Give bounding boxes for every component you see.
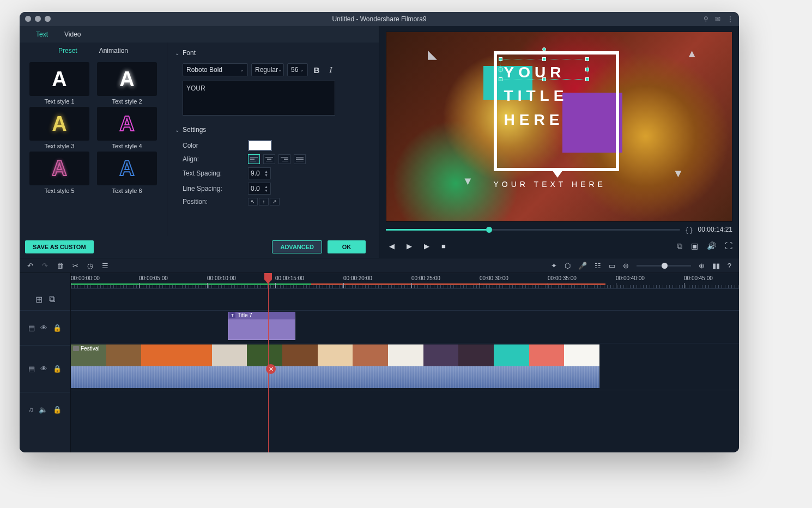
music-icon[interactable]: ♫ [28, 406, 34, 414]
scrub-handle[interactable] [486, 227, 492, 233]
text-content-input[interactable] [183, 81, 335, 116]
align-center-button[interactable] [263, 154, 275, 164]
mixer-icon[interactable]: ☷ [595, 262, 601, 270]
text-style-4[interactable]: AText style 4 [96, 107, 158, 149]
ruler-label: 00:00:20:00 [343, 275, 372, 281]
tracks-area[interactable]: 00:00:00:0000:00:05:0000:00:10:0000:00:1… [71, 273, 739, 452]
help-icon[interactable]: ? [728, 262, 731, 270]
close-window-icon[interactable] [25, 16, 31, 22]
speed-icon[interactable]: ◷ [87, 262, 93, 270]
time-ruler[interactable]: 00:00:00:0000:00:05:0000:00:10:0000:00:1… [71, 273, 739, 288]
clip-thumbnails [71, 344, 599, 366]
save-as-custom-button[interactable]: SAVE AS CUSTOM [25, 240, 94, 253]
clip-title[interactable]: TTitle 7 [228, 312, 295, 340]
color-label: Color [183, 142, 243, 149]
pos-tr[interactable]: ↗ [270, 198, 280, 205]
upper-panels: Text Video Preset Animation AText style … [20, 26, 739, 258]
delete-icon[interactable]: 🗑 [57, 262, 64, 270]
pos-tl[interactable]: ↖ [248, 198, 258, 205]
link-icon[interactable]: ⧉ [49, 294, 55, 304]
settings-icon[interactable]: ☰ [102, 262, 108, 270]
text-style-1[interactable]: AText style 1 [28, 62, 90, 105]
zoom-handle[interactable] [662, 263, 668, 269]
snapshot-icon[interactable]: ▣ [691, 241, 698, 251]
text-style-3[interactable]: AText style 3 [28, 107, 90, 149]
italic-toggle[interactable]: I [325, 65, 336, 75]
redo-icon[interactable]: ↷ [42, 262, 48, 270]
filmstrip-icon[interactable]: ▤ [28, 365, 35, 373]
text-style-2[interactable]: AText style 2 [96, 62, 158, 105]
loop-icon[interactable]: { } [686, 226, 692, 234]
account-icon[interactable]: ⚲ [704, 15, 708, 23]
lock-icon[interactable]: 🔒 [53, 324, 62, 332]
zoom-in-icon[interactable]: ⊕ [699, 262, 705, 270]
text-style-5[interactable]: AText style 5 [28, 152, 90, 194]
video-track[interactable]: Festival ✕ [71, 343, 739, 390]
menu-icon[interactable]: ⋮ [727, 15, 734, 23]
section-font[interactable]: ⌄Font [175, 46, 371, 60]
visibility-icon[interactable]: 👁 [40, 365, 47, 373]
mute-icon[interactable]: 🔈 [39, 406, 47, 414]
title-track[interactable]: TTitle 7 [71, 310, 739, 343]
marker-icon[interactable]: ▭ [609, 262, 615, 270]
filmstrip-icon[interactable]: ▤ [28, 324, 35, 332]
minimize-window-icon[interactable] [35, 16, 41, 22]
lock-icon[interactable]: 🔒 [53, 406, 62, 414]
fullscreen-icon[interactable]: ⛶ [725, 241, 732, 251]
prev-frame-button[interactable]: ◀ [389, 242, 395, 250]
tab-video[interactable]: Video [64, 31, 81, 38]
play-button[interactable]: ▶ [407, 242, 412, 250]
subtab-preset[interactable]: Preset [58, 47, 77, 55]
text-style-6[interactable]: AText style 6 [96, 152, 158, 194]
position-label: Position: [183, 198, 243, 205]
color-swatch[interactable] [248, 140, 272, 151]
ruler-label: 00:00:45:00 [684, 275, 713, 281]
preview-canvas[interactable]: YOUR TITLE HERE YOUR TEXT HERE ◣ ▲ ▼ ▼ [386, 32, 732, 222]
advanced-button[interactable]: ADVANCED [272, 240, 322, 253]
stop-button[interactable]: ■ [441, 242, 446, 250]
next-frame-button[interactable]: ▶ [424, 242, 429, 250]
font-family-select[interactable]: Roboto Bold⌄ [183, 63, 248, 76]
align-label: Align: [183, 155, 243, 163]
text-spacing-stepper[interactable]: 9.0▲▼ [248, 167, 271, 179]
ok-button[interactable]: OK [328, 240, 366, 253]
zoom-out-icon[interactable]: ⊖ [623, 262, 629, 270]
maximize-window-icon[interactable] [45, 16, 51, 22]
align-right-button[interactable] [278, 154, 290, 164]
font-size-select[interactable]: 56⌄ [287, 63, 308, 76]
action-cam-icon[interactable]: ⬡ [565, 262, 571, 270]
playhead-icon[interactable] [264, 273, 272, 281]
bold-toggle[interactable]: B [311, 65, 322, 75]
transition-marker[interactable]: ✕ [266, 364, 276, 374]
visibility-icon[interactable]: 👁 [40, 324, 47, 332]
line-spacing-stepper[interactable]: 0.0▲▼ [248, 183, 271, 195]
caret-down-icon: ⌄ [300, 67, 304, 72]
lock-icon[interactable]: 🔒 [53, 365, 62, 373]
tab-text[interactable]: Text [36, 31, 48, 38]
pos-tc[interactable]: ↑ [259, 198, 269, 205]
undo-icon[interactable]: ↶ [27, 262, 33, 270]
manage-tracks-icon[interactable]: ▮▮ [712, 262, 720, 270]
align-justify-button[interactable] [294, 154, 306, 164]
volume-icon[interactable]: 🔊 [707, 241, 716, 251]
scrub-track[interactable] [386, 229, 680, 231]
align-left-button[interactable] [248, 154, 260, 164]
split-icon[interactable]: ✂ [72, 262, 78, 270]
render-icon[interactable]: ✦ [551, 262, 557, 270]
selection-box[interactable] [500, 59, 587, 80]
compare-icon[interactable]: ⧉ [677, 241, 682, 251]
font-weight-select[interactable]: Regular⌄ [251, 63, 284, 76]
title-track-header: ▤ 👁 🔒 [20, 310, 70, 345]
scrub-bar: { } 00:00:14:21 [386, 222, 732, 237]
clip-video[interactable]: Festival ✕ [71, 344, 599, 389]
add-media-icon[interactable]: ⊞ [35, 294, 43, 305]
scrub-fill [386, 229, 486, 231]
subtab-animation[interactable]: Animation [99, 47, 128, 55]
notifications-icon[interactable]: ✉ [715, 15, 720, 23]
playhead-line[interactable] [268, 273, 269, 452]
zoom-slider[interactable] [637, 265, 691, 267]
voiceover-icon[interactable]: 🎤 [578, 262, 587, 270]
overlay-pointer-icon [552, 170, 563, 178]
section-settings[interactable]: ⌄Settings [175, 123, 371, 137]
audio-track[interactable] [71, 390, 739, 425]
